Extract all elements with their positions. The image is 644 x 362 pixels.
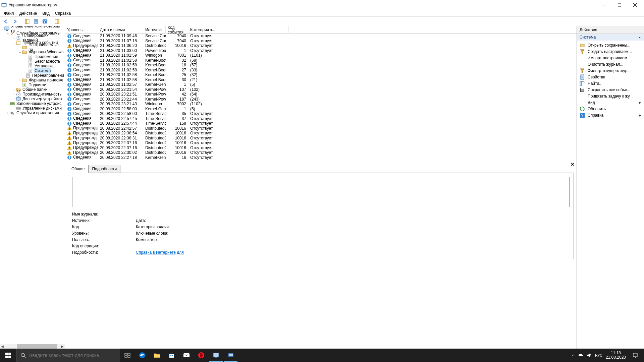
mail-icon[interactable] [179,349,194,362]
actions-section[interactable]: Система ▲ [577,34,644,41]
help-link[interactable]: Справка в Интернете для [136,250,184,255]
event-row[interactable]: Сведения20.08.2020 22:27:18Kernel-Gene..… [65,155,577,160]
event-row[interactable]: Предупреждение20.08.2020 22:30:02Distrib… [65,150,577,155]
back-button[interactable] [2,18,10,25]
tray-notifications-icon[interactable] [629,349,641,362]
tray-clock[interactable]: 11:18 21.08.2020 [606,351,626,360]
expander-icon[interactable]: › [12,93,16,96]
tree-node[interactable]: ›Общие папки [0,87,65,92]
tree-node[interactable]: ›Производительность [0,92,65,97]
tree-node[interactable]: Управление дисками [0,106,65,111]
event-row[interactable]: Сведения20.08.2020 22:57:44Time-Service1… [65,121,577,126]
event-row[interactable]: Сведения20.08.2020 22:57:45Time-Service3… [65,116,577,121]
start-button[interactable] [0,349,16,362]
col-category[interactable]: Категория з... [188,26,289,34]
event-row[interactable]: Предупреждение20.08.2020 22:38:31Distrib… [65,136,577,141]
maximize-button[interactable] [612,0,627,10]
minimize-button[interactable] [596,0,612,10]
expander-icon[interactable]: ⌄ [1,27,4,30]
event-row[interactable]: Сведения21.08.2020 11:02:57Kernel-Gene..… [65,82,577,87]
tray-volume-icon[interactable] [587,353,592,358]
event-row[interactable]: Сведения21.08.2020 11:02:58Kernel-Boot30… [65,77,577,82]
menu-help[interactable]: Справка [52,10,73,16]
menu-view[interactable]: Вид [40,10,52,16]
menu-action[interactable]: Действие [17,10,40,16]
action-item[interactable]: Свойства [577,74,644,80]
expander-icon[interactable]: › [18,78,22,82]
event-row[interactable]: Сведения20.08.2020 23:21:54Kernel-Power1… [65,87,577,92]
col-source[interactable]: Источник [143,26,166,34]
show-hide-tree-button[interactable] [23,18,31,25]
tree-node[interactable]: Диспетчер устройств [0,97,65,101]
event-row[interactable]: Сведения21.08.2020 11:02:58Kernel-Boot25… [65,72,577,77]
expander-icon[interactable]: › [6,111,10,115]
action-item[interactable]: Создать настраиваем... [577,48,644,55]
tree-node[interactable]: Установка [0,64,65,68]
store-icon[interactable] [164,349,179,362]
tree-node[interactable]: ⌄Запоминающие устройс [0,101,65,106]
tray-lang[interactable]: РУС [595,353,602,357]
expander-icon[interactable]: › [12,36,16,40]
taskbar-compmgmt-icon[interactable] [223,349,238,362]
expander-icon[interactable]: › [12,88,16,91]
tree-node[interactable]: ›Настраиваемые пр [0,45,65,50]
task-view-button[interactable] [120,349,135,362]
expander-icon[interactable]: ⌄ [6,32,10,35]
taskbar-app-icon[interactable] [209,349,223,362]
tree-node[interactable]: Перенаправлени [0,73,65,78]
event-row[interactable]: Сведения21.08.2020 11:09:46Service Cont.… [65,34,577,39]
event-row[interactable]: Сведения20.08.2020 23:21:51Kernel-Power4… [65,92,577,97]
event-row[interactable]: Сведения21.08.2020 11:02:58Kernel-Boot32… [65,58,577,63]
taskbar-search[interactable] [16,349,120,362]
col-date[interactable]: Дата и время [98,26,143,34]
close-button[interactable] [627,0,643,10]
event-row[interactable]: Предупреждение20.08.2020 22:42:57Distrib… [65,126,577,131]
event-row[interactable]: Предупреждение20.08.2020 22:37:16Distrib… [65,140,577,145]
tray-chevron-icon[interactable] [572,354,575,357]
action-item[interactable]: Фильтр текущего жур... [577,67,644,74]
action-item[interactable]: Очистить журнал... [577,61,644,67]
tree-node[interactable]: Безопасность [0,59,65,64]
action-item[interactable]: Сохранить все событ... [577,86,644,93]
event-row[interactable]: Сведения21.08.2020 11:03:00Power-Trou...… [65,48,577,53]
forward-button[interactable] [11,18,19,25]
action-item[interactable]: Открыть сохраненны... [577,42,644,48]
action-item[interactable]: Привязать задачу к жу... [577,93,644,99]
expander-icon[interactable]: ⌄ [6,102,10,105]
event-row[interactable]: Предупреждение20.08.2020 22:37:16Distrib… [65,145,577,150]
action-item[interactable]: Импорт настраиваем... [577,55,644,61]
tree[interactable]: ⌄Управление компьютером (л⌄Служебные про… [0,26,65,344]
search-input[interactable] [29,353,116,358]
action-item[interactable]: Обновить [577,106,644,112]
edge-icon[interactable] [135,349,150,362]
event-row[interactable]: Сведения21.08.2020 11:02:58Kernel-Boot27… [65,68,577,73]
tray-onedrive-icon[interactable] [578,353,584,357]
action-item[interactable]: Найти... [577,80,644,86]
tab-details[interactable]: Подробности [88,165,120,173]
event-row[interactable]: Предупреждение21.08.2020 11:06:20Distrib… [65,43,577,48]
event-row[interactable]: Сведения21.08.2020 11:02:59Winlogon7001(… [65,53,577,58]
event-row[interactable]: Сведения20.08.2020 23:21:44Kernel-Power1… [65,97,577,102]
tree-node[interactable]: ›Планировщик заданий [0,36,65,40]
col-level[interactable]: Уровень [65,26,98,34]
col-eventid[interactable]: Код события [166,26,188,34]
detail-close-button[interactable]: ✕ [571,162,575,167]
event-row[interactable]: Сведения21.08.2020 11:02:58Kernel-Boot18… [65,63,577,68]
properties-button[interactable] [32,18,40,25]
list-body[interactable]: Сведения21.08.2020 11:09:46Service Cont.… [65,34,577,160]
explorer-icon[interactable] [150,349,164,362]
show-actions-button[interactable] [53,18,61,25]
event-row[interactable]: Сведения21.08.2020 11:07:18Service Cont.… [65,39,577,44]
expander-icon[interactable]: › [18,46,22,49]
tree-node[interactable]: Приложение [0,54,65,59]
event-row[interactable]: Сведения20.08.2020 22:58:00Time-Service3… [65,111,577,116]
expander-icon[interactable]: ⌄ [12,41,16,44]
opera-icon[interactable] [194,349,209,362]
list-header[interactable]: Уровень Дата и время Источник Код событи… [65,26,577,34]
action-item[interactable]: ?Справка▶ [577,112,644,118]
action-item[interactable]: Вид▶ [577,99,644,106]
help-button[interactable]: ? [41,18,49,25]
event-row[interactable]: Сведения20.08.2020 22:58:00Kernel-Gene..… [65,107,577,112]
tree-node[interactable]: ›Журналы приложе [0,78,65,82]
menu-file[interactable]: Файл [1,10,17,16]
